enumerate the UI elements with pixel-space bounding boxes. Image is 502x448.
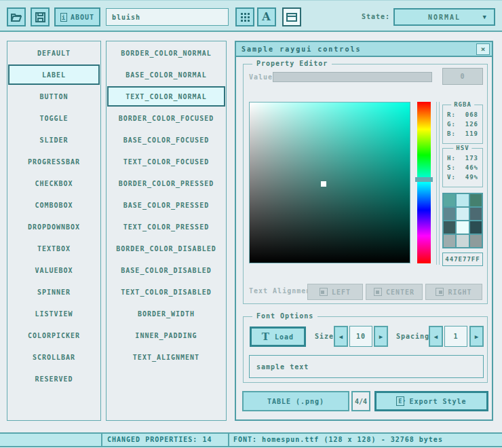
property-editor-label: Property Editor [252, 60, 332, 67]
rgba-b-row: B:119 [443, 129, 482, 138]
text-T-icon: T [262, 332, 270, 342]
property-item-inner_padding[interactable]: INNER_PADDING [107, 325, 225, 346]
property-item-text_color_focused[interactable]: TEXT_COLOR_FOCUSED [107, 151, 225, 172]
property-item-text_color_disabled[interactable]: TEXT_COLOR_DISABLED [107, 282, 225, 302]
palette-swatch-0[interactable] [444, 194, 455, 206]
palette-swatch-7[interactable] [457, 221, 468, 234]
divider-line [439, 102, 440, 265]
folder-open-icon [11, 12, 22, 22]
export-format-button[interactable]: TABLE (.png) [242, 391, 349, 411]
control-item-dropdownbox[interactable]: DROPDOWNBOX [8, 217, 100, 237]
window-title: Sample raygui controls [242, 45, 361, 53]
control-item-checkbox[interactable]: CHECKBOX [8, 173, 100, 193]
property-item-base_color_disabled[interactable]: BASE_COLOR_DISABLED [107, 260, 225, 280]
open-file-button[interactable] [7, 7, 26, 26]
property-item-border_width[interactable]: BORDER_WIDTH [107, 303, 225, 324]
spacing-increase-button[interactable]: ▶ [469, 326, 484, 347]
status-bar: CHANGED PROPERTIES: 14 FONT: homespun.tt… [0, 432, 502, 447]
control-item-button[interactable]: BUTTON [8, 86, 100, 107]
export-format-label: TABLE (.png) [267, 398, 324, 405]
align-center-label: CENTER [386, 288, 414, 296]
font-load-button[interactable]: T Load [250, 326, 306, 347]
palette-swatch-3[interactable] [444, 208, 455, 220]
format-pages-box[interactable]: 4/4 [351, 391, 370, 411]
property-item-base_color_pressed[interactable]: BASE_COLOR_PRESSED [107, 195, 225, 215]
rgba-r-row: R:068 [443, 110, 482, 119]
arrow-left-icon: ◀ [434, 333, 438, 340]
control-item-toggle[interactable]: TOGGLE [8, 108, 100, 128]
sample-text: sample text [256, 363, 309, 371]
window-icon [286, 13, 297, 22]
control-item-label[interactable]: LABEL [8, 64, 100, 85]
about-button[interactable]: i ABOUT [54, 7, 100, 26]
property-item-text_alignment[interactable]: TEXT_ALIGNMENT [107, 347, 225, 367]
size-increase-button[interactable]: ▶ [374, 326, 388, 347]
grid-icon [241, 13, 243, 15]
property-item-text_color_pressed[interactable]: TEXT_COLOR_PRESSED [107, 217, 225, 237]
control-item-spinner[interactable]: SPINNER [8, 282, 100, 302]
property-item-base_color_normal[interactable]: BASE_COLOR_NORMAL [107, 64, 225, 85]
property-item-border_color_normal[interactable]: BORDER_COLOR_NORMAL [107, 43, 225, 63]
spacing-decrease-button[interactable]: ◀ [429, 326, 443, 347]
window-titlebar[interactable]: Sample raygui controls × [236, 42, 492, 57]
window-view-button[interactable] [282, 7, 301, 26]
control-item-listview[interactable]: LISTVIEW [8, 303, 100, 324]
rgba-g-row: G:126 [443, 119, 482, 129]
state-dropdown[interactable]: NORMAL ▼ [393, 8, 495, 26]
rgba-group: RGBA R:068 G:126 B:119 [442, 105, 483, 144]
color-picker-cursor[interactable] [321, 181, 326, 187]
palette-swatch-4[interactable] [457, 208, 468, 220]
control-item-combobox[interactable]: COMBOBOX [8, 195, 100, 215]
property-item-border_color_pressed[interactable]: BORDER_COLOR_PRESSED [107, 173, 225, 193]
align-center-toggle[interactable]: CENTER [366, 284, 423, 300]
palette-swatch-10[interactable] [457, 235, 468, 247]
font-settings-button[interactable]: A [257, 7, 276, 26]
property-item-text_color_normal[interactable]: TEXT_COLOR_NORMAL [107, 86, 225, 107]
close-button[interactable]: × [476, 43, 490, 55]
style-name-input[interactable] [106, 8, 229, 26]
value-slider[interactable] [273, 72, 432, 82]
control-item-valuebox[interactable]: VALUEBOX [8, 260, 100, 280]
control-item-progressbar[interactable]: PROGRESSBAR [8, 151, 100, 172]
property-item-base_color_focused[interactable]: BASE_COLOR_FOCUSED [107, 130, 225, 150]
spacing-value-box[interactable]: 1 [444, 326, 467, 347]
controls-list: DEFAULTLABELBUTTONTOGGLESLIDERPROGRESSBA… [7, 41, 101, 421]
palette-swatch-1[interactable] [457, 194, 468, 206]
rgba-label: RGBA [451, 101, 474, 108]
palette-swatch-5[interactable] [470, 208, 482, 220]
control-item-reserved[interactable]: RESERVED [8, 369, 100, 389]
font-A-icon: A [262, 12, 271, 22]
hex-value: 447E77FF [445, 256, 480, 263]
save-file-button[interactable] [31, 7, 50, 26]
align-right-toggle[interactable]: RIGHT [425, 284, 482, 300]
control-item-slider[interactable]: SLIDER [8, 130, 100, 150]
property-item-border_color_focused[interactable]: BORDER_COLOR_FOCUSED [107, 108, 225, 128]
palette-swatch-2[interactable] [470, 194, 482, 206]
align-center-icon [374, 288, 382, 296]
control-item-scrollbar[interactable]: SCROLLBAR [8, 347, 100, 367]
style-table-view-button[interactable] [235, 7, 254, 26]
export-style-button[interactable]: E Export Style [374, 391, 488, 411]
palette-swatch-11[interactable] [470, 235, 482, 247]
palette-swatch-9[interactable] [444, 235, 455, 247]
align-left-icon [320, 288, 328, 296]
hex-value-box[interactable]: 447E77FF [442, 253, 483, 266]
control-item-default[interactable]: DEFAULT [8, 43, 100, 63]
palette-swatch-8[interactable] [470, 221, 482, 234]
style-palette-grid [442, 193, 483, 248]
color-picker-square[interactable] [249, 102, 410, 263]
align-right-label: RIGHT [448, 288, 471, 296]
hue-slider-handle[interactable] [415, 177, 433, 182]
control-item-textbox[interactable]: TEXTBOX [8, 238, 100, 259]
size-decrease-button[interactable]: ◀ [334, 326, 348, 347]
value-button-label: 0 [460, 73, 465, 80]
align-left-toggle[interactable]: LEFT [307, 284, 363, 300]
hue-bar[interactable] [417, 102, 431, 263]
palette-swatch-6[interactable] [444, 221, 455, 234]
size-value-box[interactable]: 10 [349, 326, 372, 347]
value-button[interactable]: 0 [442, 68, 483, 85]
property-item-border_color_disabled[interactable]: BORDER_COLOR_DISABLED [107, 238, 225, 259]
sample-text-box[interactable]: sample text [249, 355, 484, 378]
export-file-icon: E [396, 396, 404, 406]
control-item-colorpicker[interactable]: COLORPICKER [8, 325, 100, 346]
